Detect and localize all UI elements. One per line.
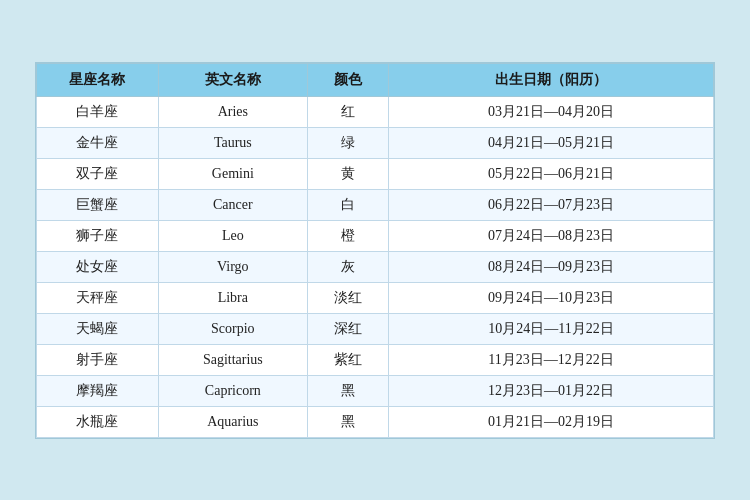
cell-chinese: 天秤座 xyxy=(37,282,159,313)
table-row: 白羊座Aries红03月21日—04月20日 xyxy=(37,96,714,127)
cell-color: 红 xyxy=(307,96,388,127)
cell-english: Libra xyxy=(158,282,307,313)
cell-chinese: 巨蟹座 xyxy=(37,189,159,220)
table-row: 天蝎座Scorpio深红10月24日—11月22日 xyxy=(37,313,714,344)
cell-date: 12月23日—01月22日 xyxy=(389,375,714,406)
cell-chinese: 双子座 xyxy=(37,158,159,189)
header-date: 出生日期（阳历） xyxy=(389,63,714,96)
cell-chinese: 白羊座 xyxy=(37,96,159,127)
cell-chinese: 处女座 xyxy=(37,251,159,282)
cell-color: 黑 xyxy=(307,406,388,437)
zodiac-table: 星座名称 英文名称 颜色 出生日期（阳历） 白羊座Aries红03月21日—04… xyxy=(36,63,714,438)
cell-date: 07月24日—08月23日 xyxy=(389,220,714,251)
table-row: 摩羯座Capricorn黑12月23日—01月22日 xyxy=(37,375,714,406)
cell-color: 橙 xyxy=(307,220,388,251)
zodiac-table-container: 星座名称 英文名称 颜色 出生日期（阳历） 白羊座Aries红03月21日—04… xyxy=(35,62,715,439)
cell-chinese: 天蝎座 xyxy=(37,313,159,344)
cell-chinese: 狮子座 xyxy=(37,220,159,251)
cell-color: 紫红 xyxy=(307,344,388,375)
cell-chinese: 金牛座 xyxy=(37,127,159,158)
cell-color: 深红 xyxy=(307,313,388,344)
cell-date: 09月24日—10月23日 xyxy=(389,282,714,313)
cell-color: 黑 xyxy=(307,375,388,406)
table-row: 狮子座Leo橙07月24日—08月23日 xyxy=(37,220,714,251)
cell-english: Scorpio xyxy=(158,313,307,344)
cell-english: Sagittarius xyxy=(158,344,307,375)
cell-chinese: 摩羯座 xyxy=(37,375,159,406)
table-row: 射手座Sagittarius紫红11月23日—12月22日 xyxy=(37,344,714,375)
cell-date: 11月23日—12月22日 xyxy=(389,344,714,375)
cell-english: Virgo xyxy=(158,251,307,282)
table-row: 双子座Gemini黄05月22日—06月21日 xyxy=(37,158,714,189)
table-header-row: 星座名称 英文名称 颜色 出生日期（阳历） xyxy=(37,63,714,96)
table-row: 金牛座Taurus绿04月21日—05月21日 xyxy=(37,127,714,158)
header-color: 颜色 xyxy=(307,63,388,96)
cell-english: Aquarius xyxy=(158,406,307,437)
cell-english: Gemini xyxy=(158,158,307,189)
cell-color: 黄 xyxy=(307,158,388,189)
table-body: 白羊座Aries红03月21日—04月20日金牛座Taurus绿04月21日—0… xyxy=(37,96,714,437)
cell-english: Taurus xyxy=(158,127,307,158)
cell-date: 10月24日—11月22日 xyxy=(389,313,714,344)
cell-chinese: 水瓶座 xyxy=(37,406,159,437)
cell-english: Leo xyxy=(158,220,307,251)
cell-color: 淡红 xyxy=(307,282,388,313)
cell-english: Aries xyxy=(158,96,307,127)
table-row: 天秤座Libra淡红09月24日—10月23日 xyxy=(37,282,714,313)
header-english: 英文名称 xyxy=(158,63,307,96)
header-chinese: 星座名称 xyxy=(37,63,159,96)
cell-color: 绿 xyxy=(307,127,388,158)
table-row: 处女座Virgo灰08月24日—09月23日 xyxy=(37,251,714,282)
table-row: 水瓶座Aquarius黑01月21日—02月19日 xyxy=(37,406,714,437)
cell-color: 白 xyxy=(307,189,388,220)
cell-chinese: 射手座 xyxy=(37,344,159,375)
cell-color: 灰 xyxy=(307,251,388,282)
table-row: 巨蟹座Cancer白06月22日—07月23日 xyxy=(37,189,714,220)
cell-date: 04月21日—05月21日 xyxy=(389,127,714,158)
cell-date: 08月24日—09月23日 xyxy=(389,251,714,282)
cell-date: 05月22日—06月21日 xyxy=(389,158,714,189)
cell-english: Cancer xyxy=(158,189,307,220)
cell-english: Capricorn xyxy=(158,375,307,406)
cell-date: 06月22日—07月23日 xyxy=(389,189,714,220)
cell-date: 01月21日—02月19日 xyxy=(389,406,714,437)
cell-date: 03月21日—04月20日 xyxy=(389,96,714,127)
